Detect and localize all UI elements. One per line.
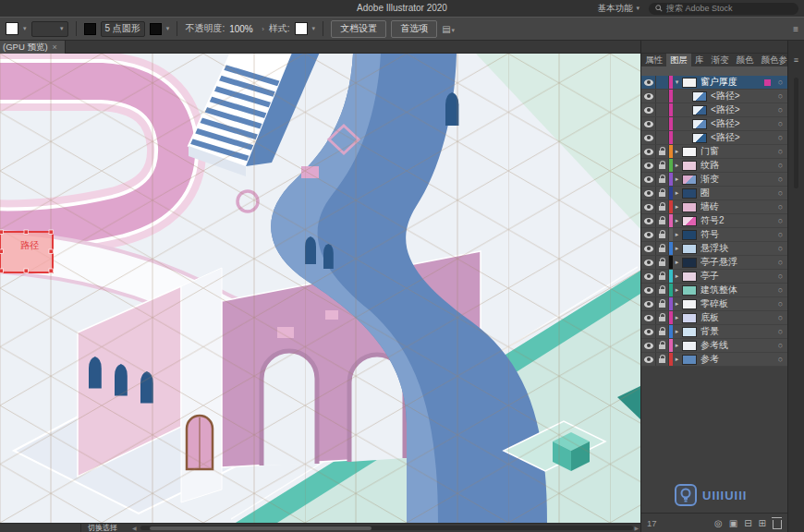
visibility-toggle[interactable] bbox=[641, 117, 656, 130]
lock-toggle[interactable] bbox=[656, 353, 669, 366]
target-circle[interactable]: ○ bbox=[774, 258, 787, 267]
visibility-toggle[interactable] bbox=[641, 270, 656, 283]
expand-chevron-icon[interactable]: ▸ bbox=[673, 342, 681, 349]
layer-name[interactable]: 亭子悬浮 bbox=[700, 256, 774, 269]
layer-name[interactable]: 纹路 bbox=[700, 159, 774, 172]
lock-toggle[interactable] bbox=[656, 228, 669, 241]
lock-toggle[interactable] bbox=[656, 284, 669, 296]
expand-chevron-icon[interactable]: ▸ bbox=[673, 189, 681, 197]
scrollbar-thumb[interactable] bbox=[150, 526, 372, 530]
layer-name[interactable]: 参考 bbox=[700, 353, 774, 366]
lock-toggle[interactable] bbox=[656, 297, 669, 310]
layer-row[interactable]: ▸圈○ bbox=[641, 187, 787, 200]
visibility-toggle[interactable] bbox=[641, 200, 656, 213]
expand-chevron-icon[interactable]: ▸ bbox=[673, 259, 681, 266]
visibility-toggle[interactable] bbox=[641, 311, 656, 324]
arrange-documents-icon[interactable]: ▤▾ bbox=[442, 24, 456, 34]
visibility-toggle[interactable] bbox=[641, 297, 656, 310]
layer-name[interactable]: 符号 bbox=[700, 228, 774, 241]
locate-object-icon[interactable]: ◎ bbox=[714, 518, 723, 528]
workspace-switcher[interactable]: 基本功能 ▾ bbox=[597, 3, 640, 15]
layer-name[interactable]: 建筑整体 bbox=[700, 284, 774, 296]
layer-row[interactable]: ▸亭子○ bbox=[641, 270, 787, 284]
target-circle[interactable]: ○ bbox=[774, 299, 787, 308]
visibility-toggle[interactable] bbox=[641, 242, 656, 255]
chevron-right-icon[interactable]: › bbox=[262, 25, 264, 33]
artboard-canvas[interactable]: 路径 bbox=[0, 54, 640, 523]
layer-row[interactable]: ▸悬浮块○ bbox=[641, 242, 787, 256]
chevron-down-icon[interactable]: ▾ bbox=[166, 25, 170, 32]
target-circle[interactable]: ○ bbox=[774, 244, 787, 253]
visibility-toggle[interactable] bbox=[641, 214, 656, 227]
layer-row[interactable]: <路径>○ bbox=[641, 131, 787, 145]
layer-row[interactable]: ▸墙砖○ bbox=[641, 200, 787, 214]
chevron-down-icon[interactable]: ▾ bbox=[312, 25, 316, 32]
panel-tab-渐变[interactable]: 渐变 bbox=[708, 54, 733, 66]
layer-row[interactable]: <路径>○ bbox=[641, 90, 787, 103]
expand-chevron-icon[interactable]: ▸ bbox=[673, 272, 681, 280]
brush-preview-swatch[interactable] bbox=[84, 23, 96, 35]
new-sublayer-icon[interactable]: ⊟ bbox=[744, 518, 751, 528]
brush-definition-dropdown[interactable]: 5 点圆形 bbox=[101, 21, 145, 37]
panel-scrollbar[interactable] bbox=[794, 78, 798, 188]
target-circle[interactable]: ○ bbox=[774, 133, 787, 142]
make-clipping-mask-icon[interactable]: ▣ bbox=[729, 518, 737, 528]
target-circle[interactable]: ○ bbox=[774, 230, 787, 239]
layer-name[interactable]: <路径> bbox=[711, 103, 774, 116]
expand-chevron-icon[interactable]: ▸ bbox=[673, 356, 681, 363]
layer-name[interactable]: 门窗 bbox=[700, 145, 774, 158]
layer-name[interactable]: 渐变 bbox=[700, 173, 774, 186]
layer-row[interactable]: <路径>○ bbox=[641, 117, 787, 131]
document-tab[interactable]: (GPU 预览) × bbox=[0, 41, 66, 54]
expand-chevron-icon[interactable]: ▸ bbox=[673, 231, 681, 238]
stock-search-input[interactable]: 搜索 Adobe Stock bbox=[649, 3, 798, 15]
target-circle[interactable]: ○ bbox=[774, 272, 787, 281]
lock-toggle[interactable] bbox=[656, 159, 669, 172]
visibility-toggle[interactable] bbox=[641, 173, 656, 186]
visibility-toggle[interactable] bbox=[641, 159, 656, 172]
layer-name[interactable]: 亭子 bbox=[700, 270, 774, 283]
layer-row[interactable]: ▸符号2○ bbox=[641, 214, 787, 228]
lock-toggle[interactable] bbox=[656, 76, 669, 89]
visibility-toggle[interactable] bbox=[641, 339, 656, 352]
visibility-toggle[interactable] bbox=[641, 325, 656, 338]
visibility-toggle[interactable] bbox=[641, 353, 656, 366]
layer-name[interactable]: <路径> bbox=[711, 131, 774, 144]
layer-row[interactable]: <路径>○ bbox=[641, 103, 787, 117]
visibility-toggle[interactable] bbox=[641, 76, 656, 89]
chevron-down-icon[interactable]: ▾ bbox=[23, 25, 27, 32]
layer-name[interactable]: 墙砖 bbox=[700, 200, 774, 213]
layer-name[interactable]: 符号2 bbox=[700, 214, 774, 227]
target-circle[interactable]: ○ bbox=[774, 327, 787, 336]
panel-flyout-menu-icon[interactable]: ≡ bbox=[788, 55, 804, 65]
zoom-field[interactable] bbox=[0, 524, 81, 532]
lock-toggle[interactable] bbox=[656, 187, 669, 200]
expand-chevron-icon[interactable]: ▸ bbox=[673, 314, 681, 321]
layer-row[interactable]: ▸底板○ bbox=[641, 311, 787, 325]
target-circle[interactable]: ○ bbox=[774, 341, 787, 350]
lock-toggle[interactable] bbox=[656, 339, 669, 352]
layer-row[interactable]: ▸零碎板○ bbox=[641, 297, 787, 311]
layer-name[interactable]: 背景 bbox=[700, 325, 774, 338]
lock-toggle[interactable] bbox=[656, 131, 669, 144]
panel-menu-icon[interactable]: ≡ bbox=[793, 24, 798, 34]
target-circle[interactable]: ○ bbox=[774, 216, 787, 225]
layer-name[interactable]: 零碎板 bbox=[700, 297, 774, 310]
layer-row[interactable]: ▸建筑整体○ bbox=[641, 284, 787, 297]
layer-row[interactable]: ▸渐变○ bbox=[641, 173, 787, 187]
horizontal-scrollbar[interactable] bbox=[140, 526, 633, 530]
new-layer-icon[interactable]: ⊞ bbox=[759, 518, 766, 528]
panel-tab-库[interactable]: 库 bbox=[691, 54, 708, 66]
scroll-left-icon[interactable]: ◀ bbox=[132, 525, 137, 531]
layer-row[interactable]: ▸符号○ bbox=[641, 228, 787, 242]
expand-chevron-icon[interactable]: ▸ bbox=[673, 217, 681, 224]
lock-toggle[interactable] bbox=[656, 270, 669, 283]
expand-chevron-icon[interactable]: ▸ bbox=[673, 245, 681, 252]
layer-name[interactable]: 窗户厚度 bbox=[700, 76, 764, 89]
lock-toggle[interactable] bbox=[656, 214, 669, 227]
visibility-toggle[interactable] bbox=[641, 90, 656, 103]
target-circle[interactable]: ○ bbox=[774, 188, 787, 198]
visibility-toggle[interactable] bbox=[641, 145, 656, 158]
target-circle[interactable]: ○ bbox=[774, 119, 787, 128]
expand-chevron-icon[interactable]: ▸ bbox=[673, 148, 681, 155]
